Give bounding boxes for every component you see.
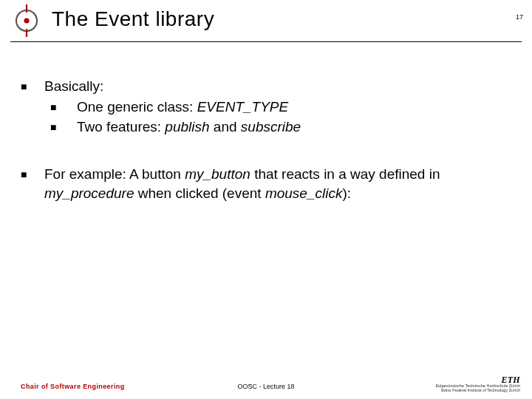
page-number: 17 — [516, 13, 523, 21]
sub-bullet-item: ■ One generic class: EVENT_TYPE — [50, 98, 511, 117]
slide-title: The Event library — [52, 7, 214, 31]
text-fragment: ): — [342, 185, 351, 201]
bullet-item: ■ Basically: — [21, 77, 511, 96]
text-fragment: and — [210, 119, 241, 134]
slide: The Event library 17 ■ Basically: ■ One … — [0, 0, 532, 399]
text-fragment: that reacts in a way defined in — [250, 166, 440, 182]
emphasis: publish — [165, 119, 209, 134]
bullet-text: One generic class: EVENT_TYPE — [77, 98, 511, 117]
text-fragment: Two features: — [77, 119, 165, 134]
emphasis: my_procedure — [44, 185, 134, 201]
bullet-item: ■ For example: A button my_button that r… — [21, 165, 511, 202]
bullet-icon: ■ — [50, 98, 77, 115]
bullet-text: For example: A button my_button that rea… — [44, 165, 511, 202]
bullet-text: Basically: — [44, 77, 511, 96]
header-divider — [10, 41, 522, 42]
eth-subtitle-2: Swiss Federal Institute of Technology Zu… — [435, 389, 520, 393]
logo-icon — [10, 4, 43, 37]
bullet-icon: ■ — [21, 165, 44, 182]
slide-header: The Event library 17 — [0, 0, 532, 43]
slide-footer: Chair of Software Engineering OOSC - Lec… — [0, 371, 532, 393]
emphasis: EVENT_TYPE — [197, 99, 289, 115]
text-fragment: when clicked (event — [134, 185, 265, 201]
emphasis: subscribe — [241, 119, 301, 134]
footer-right-logo: ETH Eidgenössische Technische Hochschule… — [435, 375, 520, 393]
emphasis: mouse_click — [265, 185, 343, 201]
bullet-text: Two features: publish and subscribe — [77, 117, 511, 137]
bullet-icon: ■ — [50, 117, 77, 134]
text-fragment: One generic class: — [77, 99, 197, 115]
text-fragment: For example: A button — [44, 166, 185, 182]
slide-content: ■ Basically: ■ One generic class: EVENT_… — [21, 77, 511, 204]
bullet-icon: ■ — [21, 77, 44, 94]
emphasis: my_button — [185, 166, 250, 182]
sub-bullet-item: ■ Two features: publish and subscribe — [50, 117, 511, 137]
svg-point-3 — [24, 18, 29, 23]
